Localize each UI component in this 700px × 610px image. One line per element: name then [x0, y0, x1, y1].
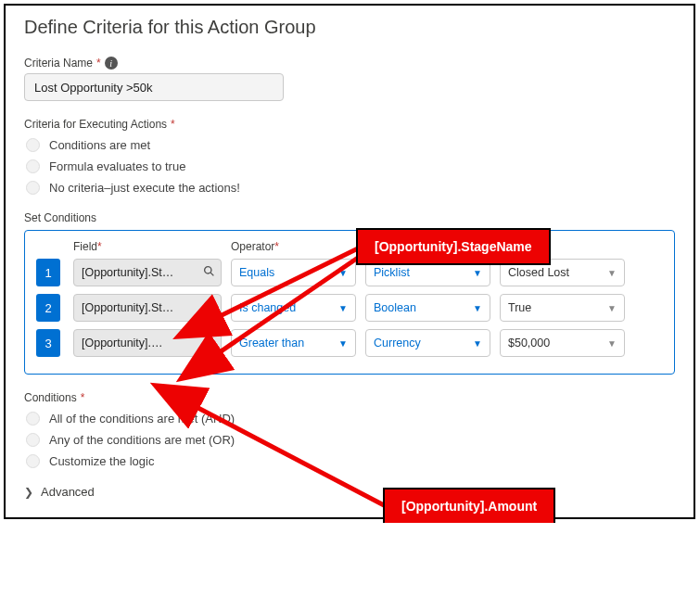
- chevron-right-icon: ❯: [24, 486, 33, 499]
- exec-radio-conditions-met[interactable]: Conditions are met: [26, 138, 675, 152]
- operator-select[interactable]: Is changed▼: [231, 294, 356, 322]
- svg-point-0: [205, 267, 211, 273]
- field-lookup[interactable]: [Opportunity].St…: [73, 259, 222, 286]
- search-icon: [203, 300, 215, 315]
- svg-line-5: [210, 343, 213, 346]
- page-title: Define Criteria for this Action Group: [24, 17, 675, 38]
- value-select[interactable]: $50,000▼: [500, 329, 625, 357]
- radio-icon: [26, 138, 40, 152]
- exec-radio-no-criteria[interactable]: No criteria–just execute the actions!: [26, 181, 675, 195]
- criteria-name-label: Criteria Name* i: [24, 57, 675, 70]
- svg-point-4: [205, 337, 211, 344]
- advanced-toggle[interactable]: ❯ Advanced: [24, 485, 675, 499]
- conditions-table: Field* Operator* Type* Value* 1 [Opportu…: [24, 230, 675, 375]
- search-icon: [203, 336, 215, 350]
- field-lookup[interactable]: [Opportunity].…: [73, 329, 222, 357]
- col-operator: Operator*: [231, 240, 356, 253]
- chevron-down-icon: ▼: [607, 268, 617, 278]
- radio-icon: [26, 412, 40, 426]
- svg-line-1: [210, 273, 213, 275]
- chevron-down-icon: ▼: [607, 338, 617, 349]
- chevron-down-icon: ▼: [607, 303, 617, 313]
- radio-icon: [26, 433, 40, 447]
- table-row: 1 [Opportunity].St… Equals▼ Picklist▼ Cl…: [36, 259, 663, 286]
- radio-icon: [26, 454, 40, 468]
- svg-point-2: [205, 302, 211, 309]
- col-field: Field*: [73, 240, 222, 253]
- operator-select[interactable]: Equals▼: [231, 259, 356, 286]
- operator-select[interactable]: Greater than▼: [231, 329, 356, 357]
- cond-radio-or[interactable]: Any of the conditions are met (OR): [26, 433, 675, 447]
- field-lookup[interactable]: [Opportunity].St…: [73, 294, 222, 322]
- chevron-down-icon: ▼: [473, 268, 482, 278]
- chevron-down-icon: ▼: [473, 338, 482, 349]
- exec-radio-formula[interactable]: Formula evaluates to true: [26, 159, 675, 173]
- radio-icon: [26, 159, 40, 173]
- type-select[interactable]: Currency▼: [365, 329, 490, 357]
- row-number: 2: [36, 294, 60, 322]
- criteria-name-input[interactable]: [24, 73, 284, 101]
- criteria-panel: Define Criteria for this Action Group Cr…: [4, 4, 695, 519]
- chevron-down-icon: ▼: [473, 303, 482, 313]
- type-select[interactable]: Boolean▼: [365, 294, 490, 322]
- cond-radio-and[interactable]: All of the conditions are met (AND): [26, 412, 675, 426]
- search-icon: [203, 265, 215, 280]
- chevron-down-icon: ▼: [338, 268, 348, 278]
- chevron-down-icon: ▼: [338, 338, 348, 349]
- exec-criteria-label: Criteria for Executing Actions*: [24, 118, 675, 131]
- value-select[interactable]: True▼: [500, 294, 625, 322]
- row-number: 3: [36, 329, 60, 357]
- table-row: 3 [Opportunity].… Greater than▼ Currency…: [36, 329, 663, 357]
- annotation-amount: [Opportunity].Amount: [383, 488, 555, 523]
- info-icon[interactable]: i: [105, 57, 118, 70]
- set-conditions-label: Set Conditions: [24, 211, 675, 224]
- cond-radio-custom[interactable]: Customize the logic: [26, 454, 675, 468]
- annotation-stagename: [Opportunity].StageName: [356, 228, 551, 265]
- conditions-label: Conditions*: [24, 391, 675, 404]
- table-row: 2 [Opportunity].St… Is changed▼ Boolean▼…: [36, 294, 663, 322]
- row-number: 1: [36, 259, 60, 286]
- chevron-down-icon: ▼: [338, 303, 348, 313]
- radio-icon: [26, 181, 40, 195]
- svg-line-3: [210, 308, 213, 311]
